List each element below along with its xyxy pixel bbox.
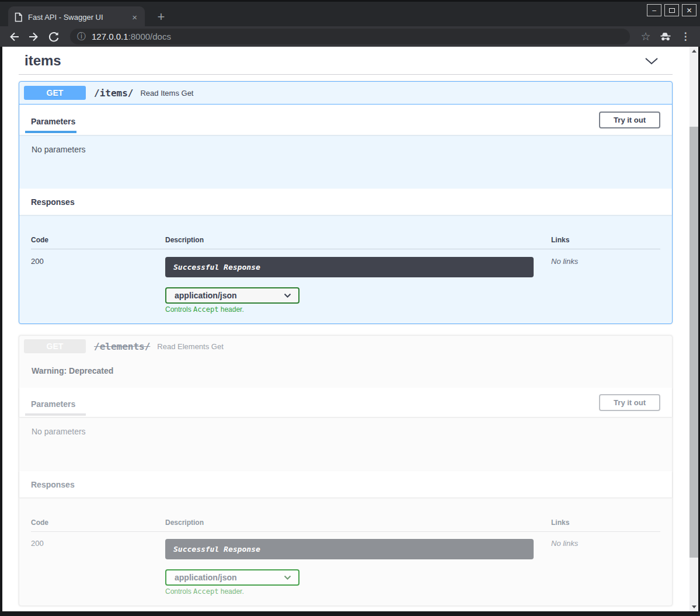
try-it-out-button[interactable]: Try it out bbox=[599, 112, 660, 128]
scroll-down-arrow[interactable] bbox=[689, 603, 698, 611]
responses-table-header: Code Description Links bbox=[31, 215, 660, 249]
parameters-body: No parameters bbox=[19, 135, 672, 189]
responses-table-header: Code Description Links bbox=[31, 497, 660, 532]
no-parameters-text: No parameters bbox=[32, 427, 86, 436]
select-chevron-icon bbox=[284, 575, 291, 580]
incognito-icon bbox=[658, 29, 673, 44]
maximize-icon bbox=[669, 8, 675, 13]
url-host: 127.0.0.1 bbox=[92, 32, 128, 41]
code-column-header: Code bbox=[31, 236, 165, 244]
description-column-header: Description bbox=[165, 236, 551, 244]
media-type-select[interactable]: application/json bbox=[165, 569, 299, 586]
scroll-up-arrow[interactable] bbox=[689, 47, 698, 55]
media-type-select[interactable]: application/json bbox=[165, 287, 299, 304]
new-tab-button[interactable]: + bbox=[153, 9, 169, 25]
opblock-get-items: GET /items/ Read Items Get Parameters Tr… bbox=[19, 81, 673, 324]
close-button[interactable]: ✕ bbox=[682, 4, 696, 16]
parameters-section-header: Parameters Try it out bbox=[19, 105, 672, 135]
responses-title: Responses bbox=[31, 197, 75, 207]
no-parameters-text: No parameters bbox=[32, 145, 86, 154]
forward-icon[interactable] bbox=[27, 30, 41, 44]
code-column-header: Code bbox=[31, 518, 165, 527]
response-row: 200 Successful Response application/json… bbox=[31, 249, 660, 314]
tab-parameters[interactable]: Parameters bbox=[31, 399, 75, 409]
opblock-get-elements-deprecated: GET /elements/ Read Elements Get Warning… bbox=[19, 335, 673, 606]
tab-close-icon[interactable]: × bbox=[130, 12, 139, 22]
address-bar[interactable]: ⓘ 127.0.0.1:8000/docs bbox=[70, 29, 630, 44]
endpoint-path: /items/ bbox=[94, 88, 133, 99]
no-links-text: No links bbox=[551, 257, 660, 314]
accept-header-note: Controls Accept header. bbox=[165, 587, 244, 596]
method-badge: GET bbox=[24, 86, 86, 100]
endpoint-summary: Read Items Get bbox=[140, 89, 193, 98]
accept-header-note: Controls Accept header. bbox=[165, 305, 244, 314]
links-column-header: Links bbox=[551, 518, 660, 527]
media-type-value: application/json bbox=[175, 291, 237, 300]
chevron-down-icon[interactable] bbox=[645, 57, 659, 65]
browser-toolbar: ⓘ 127.0.0.1:8000/docs ☆ ⋮ bbox=[0, 26, 700, 47]
tag-title: items bbox=[25, 53, 61, 69]
tag-section-header[interactable]: items bbox=[19, 53, 673, 75]
tab-title: Fast API - Swagger UI bbox=[28, 13, 130, 22]
response-description-box: Successful Response bbox=[165, 539, 534, 559]
description-column-header: Description bbox=[165, 518, 551, 527]
deprecated-warning: Warning: Deprecated bbox=[19, 357, 672, 388]
responses-section-header: Responses bbox=[19, 471, 672, 497]
opblock-summary[interactable]: GET /elements/ Read Elements Get bbox=[19, 336, 672, 357]
endpoint-path: /elements/ bbox=[94, 341, 150, 352]
back-icon[interactable] bbox=[7, 30, 21, 44]
status-code: 200 bbox=[31, 539, 165, 596]
status-code: 200 bbox=[31, 257, 165, 314]
swagger-page: items GET /items/ Read Items Get Paramet… bbox=[2, 47, 689, 611]
endpoint-summary: Read Elements Get bbox=[157, 342, 223, 351]
response-description-box: Successful Response bbox=[165, 257, 534, 277]
responses-section-header: Responses bbox=[19, 189, 672, 215]
browser-tab[interactable]: Fast API - Swagger UI × bbox=[8, 6, 145, 28]
try-it-out-button[interactable]: Try it out bbox=[599, 394, 660, 411]
method-badge: GET bbox=[24, 339, 86, 353]
browser-titlebar: Fast API - Swagger UI × + – ✕ bbox=[0, 0, 700, 26]
links-column-header: Links bbox=[551, 236, 660, 244]
minimize-button[interactable]: – bbox=[647, 4, 661, 16]
responses-body: Code Description Links 200 Successful Re… bbox=[19, 497, 672, 605]
window-controls: – ✕ bbox=[647, 4, 696, 16]
site-info-icon[interactable]: ⓘ bbox=[77, 31, 86, 42]
page-viewport: items GET /items/ Read Items Get Paramet… bbox=[2, 47, 698, 611]
parameters-section-header: Parameters Try it out bbox=[19, 388, 672, 417]
browser-menu-icon[interactable]: ⋮ bbox=[678, 29, 693, 44]
media-type-value: application/json bbox=[175, 573, 237, 582]
parameters-body: No parameters bbox=[19, 417, 672, 471]
response-description-cell: Successful Response application/json Con… bbox=[165, 539, 551, 596]
no-links-text: No links bbox=[551, 539, 660, 596]
select-chevron-icon bbox=[284, 293, 291, 298]
reload-icon[interactable] bbox=[47, 30, 61, 44]
maximize-button[interactable] bbox=[664, 4, 679, 16]
page-scrollbar[interactable] bbox=[689, 47, 698, 611]
responses-body: Code Description Links 200 Successful Re… bbox=[19, 215, 672, 323]
response-description-cell: Successful Response application/json Con… bbox=[165, 257, 551, 314]
page-document-icon bbox=[14, 12, 23, 22]
url-path: :8000/docs bbox=[128, 32, 171, 41]
opblock-summary[interactable]: GET /items/ Read Items Get bbox=[19, 82, 672, 105]
response-row: 200 Successful Response application/json… bbox=[31, 532, 660, 596]
tab-parameters[interactable]: Parameters bbox=[31, 117, 75, 126]
scrollbar-thumb[interactable] bbox=[689, 127, 698, 558]
bookmark-star-icon[interactable]: ☆ bbox=[638, 29, 653, 44]
responses-title: Responses bbox=[31, 480, 75, 489]
